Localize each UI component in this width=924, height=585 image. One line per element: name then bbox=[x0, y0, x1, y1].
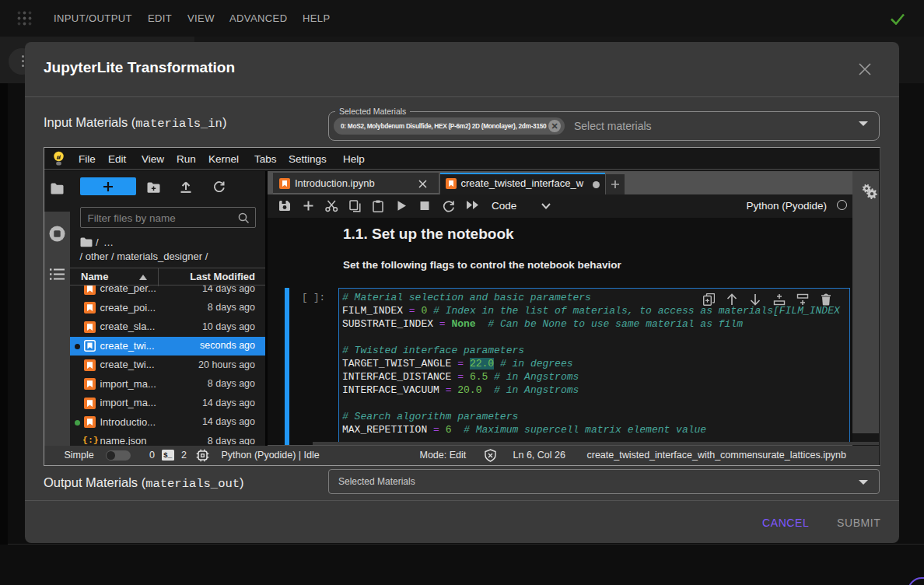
svg-text:_: _ bbox=[166, 451, 172, 460]
